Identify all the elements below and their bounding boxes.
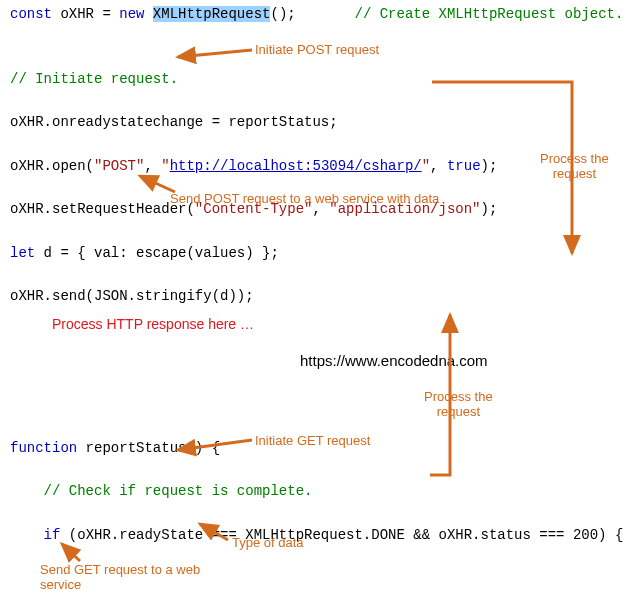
annotation-initiate-post: Initiate POST request: [255, 43, 379, 58]
code-line: oXHR.open("POST", "http://localhost:5309…: [10, 156, 617, 178]
code-line: const oXHR = new XMLHttpRequest(); // Cr…: [10, 4, 617, 26]
annotation-send-post: Send POST request to a web service with …: [170, 192, 439, 207]
keyword-new: new: [119, 6, 144, 22]
code-line: oXHR.send(JSON.stringify(d));: [10, 286, 617, 308]
code-line: // Initiate request.: [10, 69, 617, 91]
code-line: if (oXHR.readyState === XMLHttpRequest.D…: [10, 525, 617, 547]
annotation-process-http: Process HTTP response here …: [52, 316, 254, 332]
code-line: oXHR.onreadystatechange = reportStatus;: [10, 112, 617, 134]
comment: // Create XMLHttpRequest object.: [355, 6, 624, 22]
selection-xmlhttprequest: XMLHttpRequest: [153, 6, 271, 22]
annotation-initiate-get: Initiate GET request: [255, 434, 370, 449]
url-link[interactable]: http://localhost:53094/csharp/: [170, 158, 422, 174]
code-editor: const oXHR = new XMLHttpRequest(); // Cr…: [0, 0, 627, 594]
string: "POST": [94, 158, 144, 174]
annotation-site-url: https://www.encodedna.com: [300, 352, 488, 369]
annotation-send-get: Send GET request to a web service: [40, 563, 200, 593]
annotation-process-request-top: Process the request: [540, 152, 609, 182]
comment: // Initiate request.: [10, 71, 178, 87]
keyword-const: const: [10, 6, 52, 22]
code-line: // Check if request is complete.: [10, 481, 617, 503]
annotation-process-request-bottom: Process the request: [424, 390, 493, 420]
annotation-type-of-data: Type of data: [232, 536, 304, 551]
code-line: let d = { val: escape(values) };: [10, 243, 617, 265]
